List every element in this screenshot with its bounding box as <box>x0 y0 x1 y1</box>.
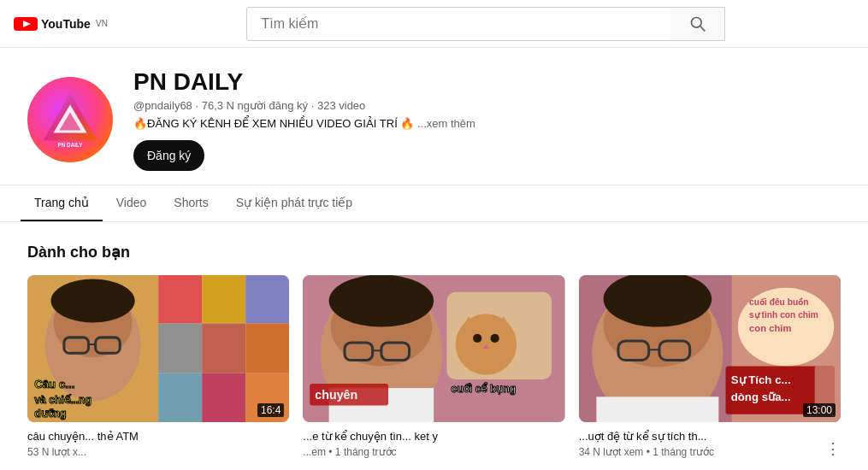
channel-meta: @pndaily68 · 76,3 N người đăng ký · 323 … <box>133 99 841 112</box>
svg-rect-16 <box>158 275 202 324</box>
video-meta-1: 53 N lượt x... <box>27 446 289 458</box>
svg-text:dòng sữa...: dòng sữa... <box>730 391 790 403</box>
svg-point-41 <box>491 334 499 343</box>
video-footer-2: ...e từ kể chuyện tìn... ket y ...em • 1… <box>303 429 564 458</box>
search-icon <box>689 15 706 32</box>
svg-rect-22 <box>158 373 202 423</box>
channel-avatar: PN DAILY <box>27 77 113 162</box>
video-card-3[interactable]: cuối đêu buồn sự tình con chim con chim … <box>579 275 841 458</box>
thumb-image-1: Câu c... và chiế...ng dưỡng <box>27 275 289 422</box>
svg-rect-21 <box>245 324 289 373</box>
video-thumb-2: cuối cể bụng chuyên <box>303 275 564 422</box>
region-badge: VN <box>96 19 108 28</box>
svg-text:Sự Tích c...: Sự Tích c... <box>730 373 790 386</box>
svg-rect-18 <box>245 275 289 324</box>
video-card-2[interactable]: cuối cể bụng chuyên ...e từ kể chuyện tì… <box>303 275 564 458</box>
video-title-1: câu chuyện... thẻ ATM <box>27 429 289 444</box>
video-grid: Câu c... và chiế...ng dưỡng 16:4 câu chu… <box>27 275 841 458</box>
more-link[interactable]: ...xem thêm <box>417 117 475 130</box>
svg-line-4 <box>700 26 705 30</box>
svg-text:cuối cể bụng: cuối cể bụng <box>452 382 517 395</box>
tab-su-kien[interactable]: Sự kiện phát trực tiếp <box>222 185 366 221</box>
channel-name: PN DAILY <box>133 68 841 96</box>
thumb-image-3: cuối đêu buồn sự tình con chim con chim … <box>579 275 841 422</box>
svg-rect-20 <box>202 324 245 373</box>
search-input[interactable] <box>247 8 670 40</box>
svg-text:sự tình con chim: sự tình con chim <box>749 310 818 320</box>
svg-rect-23 <box>202 373 245 423</box>
main-content: Dành cho bạn <box>0 222 868 470</box>
svg-text:chuyên: chuyên <box>316 388 358 402</box>
thumb-image-2: cuối cể bụng chuyên <box>303 275 564 422</box>
svg-point-15 <box>51 279 135 322</box>
channel-nav: Trang chủ Video Shorts Sự kiện phát trực… <box>0 185 868 222</box>
section-title: Dành cho bạn <box>27 243 841 261</box>
video-title-3: ...uợt đệ từ kể sự tích th... <box>579 429 841 444</box>
site-header: YouTube VN <box>0 0 868 48</box>
svg-text:Câu c...: Câu c... <box>34 378 74 391</box>
duration-badge-1: 16:4 <box>257 403 284 417</box>
search-button[interactable] <box>670 7 725 41</box>
svg-text:con chim: con chim <box>749 323 791 333</box>
search-bar <box>246 7 671 41</box>
svg-text:PN DAILY: PN DAILY <box>58 142 84 148</box>
video-title-2: ...e từ kể chuyện tìn... ket y <box>303 429 564 444</box>
video-thumb-3: cuối đêu buồn sự tình con chim con chim … <box>579 275 841 422</box>
svg-rect-17 <box>202 275 245 324</box>
svg-rect-19 <box>158 324 202 373</box>
tab-shorts[interactable]: Shorts <box>160 185 221 221</box>
youtube-logo[interactable]: YouTube VN <box>14 15 108 32</box>
video-thumb-1: Câu c... và chiế...ng dưỡng 16:4 <box>27 275 289 422</box>
svg-text:và chiế...ng: và chiế...ng <box>34 394 92 406</box>
tab-trang-chu[interactable]: Trang chủ <box>21 185 103 221</box>
channel-header: PN DAILY PN DAILY @pndaily68 · 76,3 N ng… <box>0 48 868 185</box>
duration-badge-3: 13:00 <box>803 403 836 417</box>
channel-logo-svg: PN DAILY <box>40 90 100 150</box>
svg-point-3 <box>691 17 701 27</box>
svg-point-34 <box>329 275 434 327</box>
svg-text:dưỡng: dưỡng <box>34 408 66 420</box>
channel-info: PN DAILY @pndaily68 · 76,3 N người đăng … <box>133 68 841 171</box>
youtube-logo-icon: YouTube <box>14 15 91 32</box>
tab-video[interactable]: Video <box>103 185 161 221</box>
video-more-options-3[interactable]: ⋮ <box>825 439 841 458</box>
search-area <box>246 7 725 41</box>
channel-description: 🔥ĐĂNG KÝ KÊNH ĐỂ XEM NHIỀU VIDEO GIẢI TR… <box>133 117 841 130</box>
video-card-1[interactable]: Câu c... và chiế...ng dưỡng 16:4 câu chu… <box>27 275 289 458</box>
svg-text:YouTube: YouTube <box>41 17 91 31</box>
svg-point-40 <box>473 334 481 343</box>
subscribe-button[interactable]: Đăng ký <box>133 140 204 171</box>
video-meta-2: ...em • 1 tháng trước <box>303 446 564 458</box>
video-meta-3: 34 N lượt xem • 1 tháng trước <box>579 446 841 458</box>
video-footer-3: ...uợt đệ từ kể sự tích th... 34 N lượt … <box>579 429 841 458</box>
svg-text:cuối đêu buồn: cuối đêu buồn <box>749 297 808 307</box>
video-footer-1: câu chuyện... thẻ ATM 53 N lượt x... <box>27 429 289 458</box>
svg-rect-53 <box>596 397 718 422</box>
